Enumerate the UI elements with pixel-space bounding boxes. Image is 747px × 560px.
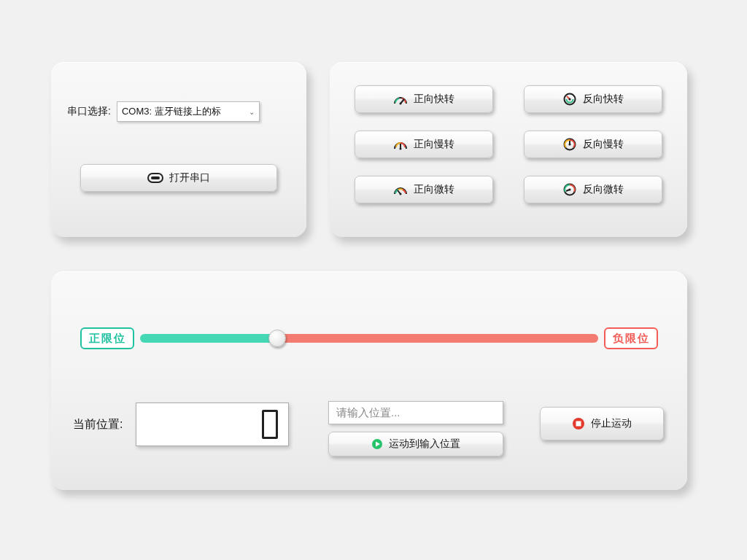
svg-point-17 [568, 188, 570, 190]
serial-port-combobox[interactable]: COM3: 蓝牙链接上的标 ⌄ [117, 101, 260, 122]
slider-track-positive [140, 334, 277, 343]
stop-icon [572, 417, 585, 430]
button-label: 反向慢转 [583, 138, 624, 151]
position-panel: 正限位 负限位 当前位置: 请输入位置... 运动到输入位置 [51, 271, 687, 490]
current-position-row: 当前位置: [73, 402, 289, 446]
current-position-value [262, 410, 278, 439]
reverse-micro-button[interactable]: 反向微转 [524, 176, 662, 203]
svg-point-9 [400, 148, 402, 150]
negative-limit-badge: 负限位 [604, 327, 658, 349]
svg-point-7 [568, 98, 570, 100]
position-input-placeholder: 请输入位置... [336, 406, 400, 420]
open-serial-label: 打开串口 [169, 171, 210, 184]
slider-knob[interactable] [268, 330, 286, 347]
gauge-rev-fast-icon [562, 93, 577, 106]
current-position-label: 当前位置: [73, 417, 123, 432]
positive-limit-badge: 正限位 [80, 327, 134, 349]
motion-panel: 正向快转 反向快转 正向慢转 [330, 62, 687, 237]
forward-micro-button[interactable]: 正向微转 [355, 176, 493, 203]
current-position-display [136, 402, 289, 446]
button-label: 正向慢转 [414, 138, 454, 151]
forward-slow-button[interactable]: 正向慢转 [355, 131, 493, 158]
gauge-fast-icon [393, 93, 408, 105]
reverse-slow-button[interactable]: 反向慢转 [524, 131, 662, 158]
svg-point-14 [400, 193, 402, 195]
slider-track-negative [277, 334, 598, 343]
button-label: 正向微转 [414, 183, 454, 196]
svg-rect-21 [576, 421, 581, 427]
open-serial-button[interactable]: 打开串口 [80, 164, 277, 192]
button-label: 停止运动 [591, 417, 632, 430]
button-label: 正向快转 [414, 93, 454, 106]
position-input[interactable]: 请输入位置... [328, 401, 503, 424]
limit-slider[interactable]: 正限位 负限位 [80, 324, 658, 353]
serial-select-row: 串口选择: COM3: 蓝牙链接上的标 ⌄ [67, 101, 260, 122]
stop-motion-button[interactable]: 停止运动 [540, 407, 664, 440]
goto-position-group: 请输入位置... 运动到输入位置 [328, 401, 503, 456]
gauge-rev-slow-icon [562, 138, 577, 151]
svg-point-12 [568, 143, 570, 145]
serial-port-icon [147, 173, 163, 183]
svg-point-3 [400, 103, 402, 105]
motion-button-grid: 正向快转 反向快转 正向慢转 [355, 85, 662, 203]
serial-select-label: 串口选择: [67, 105, 111, 118]
reverse-fast-button[interactable]: 反向快转 [524, 85, 662, 113]
forward-fast-button[interactable]: 正向快转 [355, 85, 493, 113]
serial-port-selected-value: COM3: 蓝牙链接上的标 [122, 105, 221, 118]
gauge-slow-icon [393, 139, 408, 150]
button-label: 反向微转 [583, 183, 624, 196]
gauge-micro-icon [393, 184, 408, 195]
gauge-rev-micro-icon [562, 183, 577, 196]
svg-rect-1 [151, 176, 160, 179]
slider-track[interactable] [140, 334, 598, 343]
chevron-down-icon: ⌄ [249, 108, 255, 116]
serial-panel: 串口选择: COM3: 蓝牙链接上的标 ⌄ 打开串口 [51, 62, 306, 237]
button-label: 运动到输入位置 [389, 438, 460, 451]
play-icon [371, 438, 383, 450]
button-label: 反向快转 [583, 93, 624, 106]
goto-position-button[interactable]: 运动到输入位置 [328, 432, 503, 456]
